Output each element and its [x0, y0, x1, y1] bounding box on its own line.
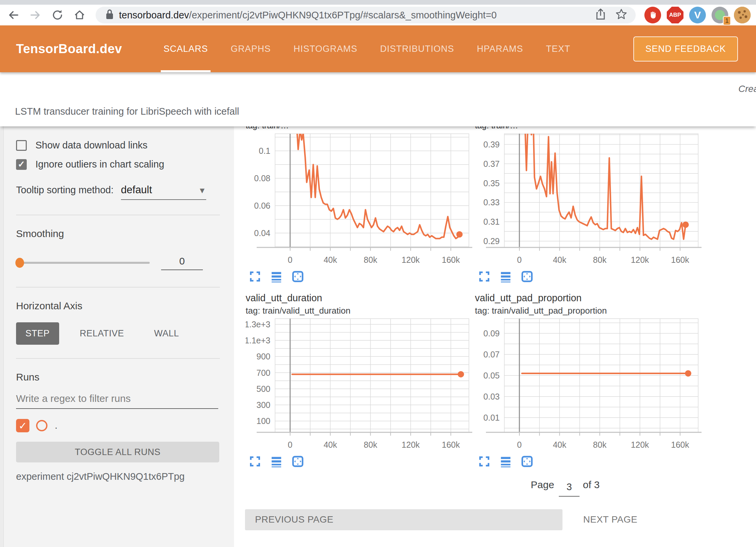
fullscreen-icon[interactable]	[478, 270, 491, 283]
svg-text:40k: 40k	[553, 440, 566, 449]
tensorboard-header: TensorBoard.dev SCALARS GRAPHS HISTOGRAM…	[0, 25, 756, 72]
svg-text:0.01: 0.01	[483, 413, 500, 422]
svg-text:500: 500	[256, 384, 270, 394]
scalar-chart-plot[interactable]: 1003005007009001.1e+31.3e+3040k80k120k16…	[246, 317, 473, 452]
pan-zoom-icon[interactable]	[520, 455, 534, 468]
svg-text:900: 900	[256, 352, 270, 361]
svg-text:80k: 80k	[364, 255, 377, 264]
svg-text:0.04: 0.04	[254, 228, 270, 238]
svg-text:100: 100	[256, 416, 270, 426]
chart-actions	[248, 269, 473, 284]
svg-text:300: 300	[256, 400, 270, 410]
url-path: /experiment/cj2vtPiwQHKN9Q1tx6PTpg/#scal…	[189, 10, 497, 20]
chart-title: valid_utt_pad_proportion	[475, 293, 702, 304]
chart-card: valid_utt_durationtag: train/valid_utt_d…	[246, 284, 473, 469]
scalar-chart-plot[interactable]: 0.040.060.080.1040k80k120k160k	[246, 132, 473, 267]
abp-extension-icon[interactable]: ABP	[667, 7, 683, 23]
svg-text:0: 0	[288, 440, 292, 449]
show-download-links-checkbox-row[interactable]: Show data download links	[16, 140, 220, 151]
previous-page-button[interactable]: PREVIOUS PAGE	[245, 509, 562, 530]
browser-tab-strip	[0, 0, 756, 5]
chart-actions	[248, 454, 473, 469]
svg-text:0.29: 0.29	[483, 236, 500, 246]
charts-main-panel: tag: train/…0.040.060.080.1040k80k120k16…	[234, 126, 756, 547]
svg-text:40k: 40k	[324, 440, 337, 449]
lock-icon	[105, 9, 114, 21]
brand-logo: TensorBoard.dev	[16, 42, 122, 56]
scalar-chart-plot[interactable]: 0.010.030.050.070.09040k80k120k160k	[475, 317, 702, 452]
svg-text:0.03: 0.03	[483, 392, 500, 401]
profile-extension-icon[interactable]: 1	[712, 7, 728, 23]
tab-text[interactable]: TEXT	[534, 25, 582, 72]
back-icon[interactable]	[5, 6, 22, 24]
extensions-area: ABP V 1	[644, 7, 751, 23]
svg-text:80k: 80k	[593, 440, 607, 449]
toggle-all-runs-button[interactable]: TOGGLE ALL RUNS	[16, 442, 219, 462]
fullscreen-icon[interactable]	[248, 270, 262, 283]
chart-card: tag: train/…0.290.310.330.350.370.39040k…	[475, 126, 702, 284]
axis-wall-button[interactable]: WALL	[145, 322, 188, 345]
pan-zoom-icon[interactable]	[291, 455, 304, 468]
checkbox-checked-icon[interactable]: ✓	[16, 159, 27, 170]
fullscreen-icon[interactable]	[478, 455, 491, 468]
svg-text:0: 0	[288, 255, 292, 264]
page-number-input[interactable]	[559, 479, 580, 497]
scalar-chart-plot[interactable]: 0.290.310.330.350.370.39040k80k120k160k	[475, 132, 702, 267]
horizontal-bars-icon[interactable]	[270, 270, 283, 283]
tab-histograms[interactable]: HISTOGRAMS	[282, 25, 369, 72]
cookie-extension-icon[interactable]	[734, 7, 751, 23]
checkbox-unchecked-icon[interactable]	[16, 140, 27, 151]
fullscreen-icon[interactable]	[248, 455, 262, 468]
experiment-id-text: experiment cj2vtPiwQHKN9Q1tx6PTpg	[16, 471, 220, 482]
forward-icon[interactable]	[27, 6, 44, 24]
blocker-hand-extension-icon[interactable]	[644, 7, 661, 23]
svg-text:0.1: 0.1	[259, 146, 270, 155]
tab-distributions[interactable]: DISTRIBUTIONS	[369, 25, 466, 72]
chevron-down-icon: ▼	[198, 186, 206, 195]
smoothing-slider[interactable]	[16, 262, 150, 264]
axis-step-button[interactable]: STEP	[16, 322, 59, 345]
horizontal-bars-icon[interactable]	[499, 455, 512, 468]
notification-badge: 1	[723, 16, 731, 25]
run-checkbox-checked-icon[interactable]: ✓	[16, 419, 29, 432]
tab-scalars[interactable]: SCALARS	[152, 25, 219, 72]
tab-graphs[interactable]: GRAPHS	[219, 25, 282, 72]
svg-text:160k: 160k	[442, 440, 460, 449]
horizontal-bars-icon[interactable]	[499, 270, 512, 283]
smoothing-value-input[interactable]	[161, 255, 203, 270]
run-list-item[interactable]: ✓ .	[16, 419, 220, 432]
axis-relative-button[interactable]: RELATIVE	[71, 322, 134, 345]
svg-text:160k: 160k	[442, 255, 460, 264]
runs-filter-input[interactable]	[16, 390, 218, 409]
svg-text:0.31: 0.31	[483, 217, 500, 226]
pan-zoom-icon[interactable]	[291, 270, 304, 283]
svg-text:120k: 120k	[631, 440, 649, 449]
pan-zoom-icon[interactable]	[520, 270, 534, 283]
ignore-outliers-checkbox-row[interactable]: ✓ Ignore outliers in chart scaling	[16, 159, 220, 170]
chart-actions	[478, 454, 702, 469]
address-bar[interactable]: tensorboard.dev/experiment/cj2vtPiwQHKN9…	[96, 7, 636, 23]
next-page-button[interactable]: NEXT PAGE	[573, 508, 647, 531]
share-icon[interactable]	[595, 8, 606, 22]
svg-text:0.07: 0.07	[483, 350, 500, 359]
charts-grid: tag: train/…0.040.060.080.1040k80k120k16…	[234, 126, 756, 469]
smoothing-heading: Smoothing	[16, 228, 220, 239]
chart-tag: tag: train/valid_utt_duration	[246, 306, 473, 316]
v-extension-icon[interactable]: V	[689, 7, 706, 23]
slider-thumb[interactable]	[15, 258, 24, 268]
url-host: tensorboard.dev	[119, 10, 189, 20]
reload-icon[interactable]	[49, 6, 66, 24]
svg-text:0.09: 0.09	[483, 329, 500, 338]
svg-text:0.05: 0.05	[483, 371, 500, 380]
chart-tag: tag: train/valid_utt_pad_proportion	[475, 306, 702, 316]
horizontal-bars-icon[interactable]	[270, 455, 283, 468]
tab-hparams[interactable]: HPARAMS	[466, 25, 535, 72]
svg-text:120k: 120k	[631, 255, 649, 264]
home-icon[interactable]	[71, 6, 88, 24]
svg-text:0: 0	[517, 255, 522, 264]
send-feedback-button[interactable]: SEND FEEDBACK	[633, 36, 738, 62]
tooltip-sort-dropdown[interactable]: default ▼	[121, 184, 206, 200]
svg-text:700: 700	[256, 368, 270, 377]
runs-heading: Runs	[16, 371, 220, 383]
bookmark-star-icon[interactable]	[615, 8, 628, 22]
